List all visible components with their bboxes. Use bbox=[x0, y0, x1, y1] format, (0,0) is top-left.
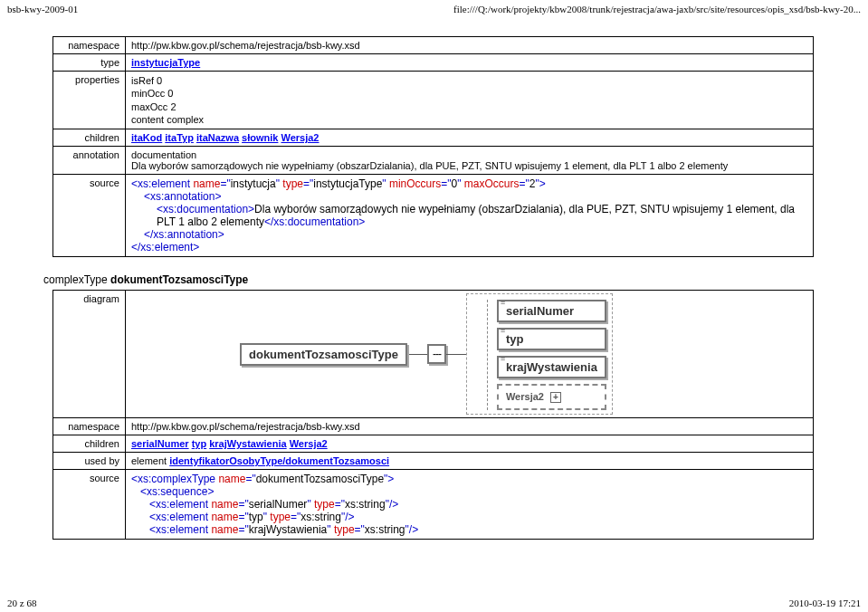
element-table-2: diagram dokumentTozsamosciType --- =seri… bbox=[52, 290, 814, 540]
label-type: type bbox=[53, 54, 126, 72]
attr: name bbox=[211, 523, 238, 536]
attr: name bbox=[211, 511, 238, 523]
attr: name bbox=[193, 177, 220, 190]
element-table-1: namespace http://pw.kbw.gov.pl/schema/re… bbox=[52, 36, 814, 257]
row-namespace: namespace http://pw.kbw.gov.pl/schema/re… bbox=[53, 37, 814, 54]
val: instytucja bbox=[231, 177, 276, 190]
src-line-5: </xs:element> bbox=[131, 241, 807, 253]
eq-icon: = bbox=[501, 354, 505, 363]
row-source-2: source <xs:complexType name="dokumentToz… bbox=[53, 470, 814, 540]
src2-line-1: <xs:complexType name="dokumentTozsamosci… bbox=[131, 473, 807, 485]
q: " bbox=[327, 523, 334, 536]
children-column: =serialNumer =typ =krajWystawienia Wersj… bbox=[487, 300, 606, 410]
label-source-2: source bbox=[53, 470, 126, 540]
eq: =" bbox=[291, 511, 300, 523]
value-source-2: <xs:complexType name="dokumentTozsamosci… bbox=[126, 470, 814, 540]
src2-line-3: <xs:element name="serialNumer" type="xs:… bbox=[131, 498, 807, 511]
q: "/> bbox=[386, 498, 399, 511]
src-line-3: <xs:documentation>Dla wyborów samorządow… bbox=[131, 203, 807, 228]
value-annotation: documentation Dla wyborów samorządowych … bbox=[126, 147, 814, 175]
src-line-1: <xs:element name="instytucja" type="inst… bbox=[131, 177, 807, 190]
row-children: children itaKod itaTyp itaNazwa słownik … bbox=[53, 129, 814, 147]
val: serialNumer bbox=[249, 498, 308, 511]
prop-maxocc: maxOcc 2 bbox=[131, 100, 807, 113]
value-namespace-2: http://pw.kbw.gov.pl/schema/rejestracja/… bbox=[126, 418, 814, 435]
tag: </xs:annotation> bbox=[144, 228, 224, 241]
label-namespace-2: namespace bbox=[53, 418, 126, 435]
attr: type bbox=[314, 498, 335, 511]
child-link[interactable]: krajWystawienia bbox=[209, 438, 286, 449]
src2-line-5: <xs:element name="krajWystawienia" type=… bbox=[131, 523, 807, 536]
row-usedby: used by element identyfikatorOsobyType/d… bbox=[53, 453, 814, 470]
val: instytucjaType bbox=[313, 177, 382, 190]
prop-minocc: minOcc 0 bbox=[131, 87, 807, 100]
node-label: krajWystawienia bbox=[506, 360, 597, 374]
child-link-2[interactable]: itaTyp bbox=[165, 132, 194, 143]
val: xs:string bbox=[365, 523, 405, 536]
connector-line bbox=[446, 354, 466, 355]
value-properties: isRef 0 minOcc 0 maxOcc 2 content comple… bbox=[126, 72, 814, 129]
value-namespace: http://pw.kbw.gov.pl/schema/rejestracja/… bbox=[126, 37, 814, 54]
node-serialnumer: =serialNumer bbox=[497, 300, 606, 322]
footer-left: 20 z 68 bbox=[7, 598, 36, 608]
header-left: bsb-kwy-2009-01 bbox=[7, 4, 78, 14]
attr: minOccurs bbox=[389, 177, 441, 190]
node-label: typ bbox=[506, 332, 524, 346]
label-children: children bbox=[53, 129, 126, 147]
annotation-doc-label: documentation bbox=[131, 149, 807, 160]
child-link[interactable]: typ bbox=[192, 438, 207, 449]
row-type: type instytucjaType bbox=[53, 54, 814, 72]
expand-icon[interactable]: + bbox=[550, 392, 561, 403]
connector-line bbox=[407, 354, 427, 355]
child-link[interactable]: Wersja2 bbox=[290, 438, 328, 449]
eq: =" bbox=[335, 498, 345, 511]
child-link-4[interactable]: słownik bbox=[242, 132, 278, 143]
annotation-doc-text: Dla wyborów samorządowych nie wypełniamy… bbox=[131, 160, 807, 171]
child-link-3[interactable]: itaNazwa bbox=[196, 132, 239, 143]
value-children-2: serialNumer typ krajWystawienia Wersja2 bbox=[126, 435, 814, 453]
q: " bbox=[307, 498, 314, 511]
attr: name bbox=[211, 498, 238, 511]
src2-line-2: <xs:sequence> bbox=[131, 485, 807, 498]
sequence-box: --- bbox=[427, 344, 446, 364]
row-source: source <xs:element name="instytucja" typ… bbox=[53, 175, 814, 257]
q: "/> bbox=[405, 523, 419, 536]
node-label: serialNumer bbox=[506, 304, 574, 318]
diagram-cell: dokumentTozsamosciType --- =serialNumer … bbox=[126, 291, 814, 418]
eq: =" bbox=[520, 177, 529, 190]
footer-right: 2010-03-19 17:21 bbox=[789, 598, 861, 608]
eq: =" bbox=[220, 177, 230, 190]
label-source: source bbox=[53, 175, 126, 257]
usedby-link[interactable]: identyfikatorOsobyType/dokumentTozsamosc… bbox=[169, 455, 389, 466]
row-diagram: diagram dokumentTozsamosciType --- =seri… bbox=[53, 291, 814, 418]
row-namespace-2: namespace http://pw.kbw.gov.pl/schema/re… bbox=[53, 418, 814, 435]
label-children-2: children bbox=[53, 435, 126, 453]
row-children-2: children serialNumer typ krajWystawienia… bbox=[53, 435, 814, 453]
value-usedby: element identyfikatorOsobyType/dokumentT… bbox=[126, 453, 814, 470]
q: "> bbox=[535, 177, 545, 190]
src-line-2: <xs:annotation> bbox=[131, 190, 807, 203]
section-name: dokumentTozsamosciType bbox=[110, 273, 248, 286]
child-link-1[interactable]: itaKod bbox=[131, 132, 162, 143]
value-children: itaKod itaTyp itaNazwa słownik Wersja2 bbox=[126, 129, 814, 147]
row-annotation: annotation documentation Dla wyborów sam… bbox=[53, 147, 814, 175]
tag: </xs:element> bbox=[131, 241, 199, 253]
node-label: Wersja2 bbox=[506, 391, 544, 402]
label-usedby: used by bbox=[53, 453, 126, 470]
prop-content: content complex bbox=[131, 113, 807, 126]
eq: =" bbox=[238, 498, 248, 511]
label-diagram: diagram bbox=[53, 291, 126, 418]
attr: name bbox=[218, 473, 245, 485]
header-right: file:///Q:/work/projekty/kbw2008/trunk/r… bbox=[453, 4, 861, 14]
val: typ bbox=[249, 511, 263, 523]
page: bsb-kwy-2009-01 file:///Q:/work/projekty… bbox=[0, 0, 868, 612]
tag: <xs:annotation> bbox=[144, 190, 221, 203]
child-link[interactable]: serialNumer bbox=[131, 438, 189, 449]
tag: <xs:sequence> bbox=[140, 485, 214, 498]
eq-icon: = bbox=[501, 298, 505, 307]
q: " bbox=[382, 177, 389, 190]
type-link[interactable]: instytucjaType bbox=[131, 57, 200, 68]
src2-line-4: <xs:element name="typ" type="xs:string"/… bbox=[131, 511, 807, 523]
src-line-4: </xs:annotation> bbox=[131, 228, 807, 241]
child-link-5[interactable]: Wersja2 bbox=[281, 132, 319, 143]
